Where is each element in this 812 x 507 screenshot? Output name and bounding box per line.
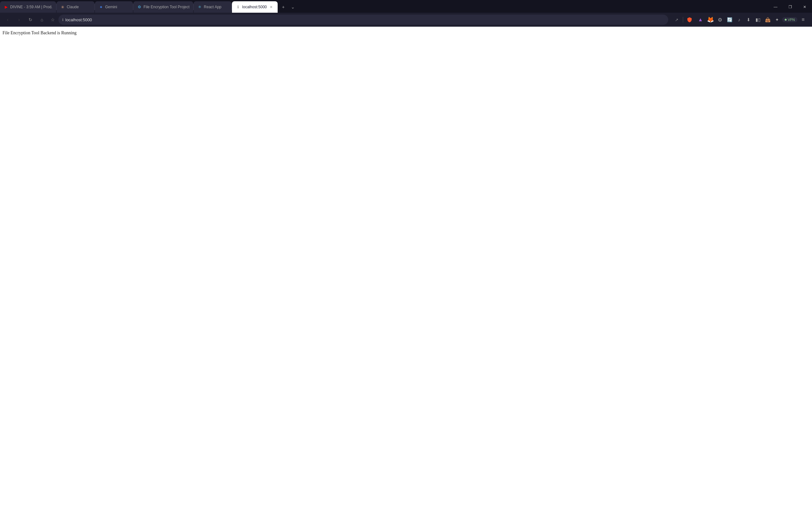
tab-list-button[interactable]: ⌄ bbox=[289, 3, 297, 11]
address-bar[interactable]: ℹ localhost:5000 bbox=[58, 15, 668, 25]
brave-shield-icon bbox=[687, 17, 692, 22]
tab-close-button[interactable]: ✕ bbox=[269, 4, 274, 9]
address-bar-actions: ↗ ▲ bbox=[672, 15, 705, 24]
tab-controls: + ⌄ bbox=[279, 1, 297, 13]
navigation-bar: ‹ › ↻ ⌂ ☆ ℹ localhost:5000 ↗ ▲ 🦊 bbox=[0, 13, 812, 27]
tab-youtube[interactable]: ▶ DIVINE - 3:59 AM | Prod. bbox=[0, 1, 56, 13]
sync-button[interactable]: 🔄 bbox=[725, 15, 734, 24]
refresh-button[interactable]: ↻ bbox=[25, 15, 36, 25]
warning-icon: ▲ bbox=[696, 15, 705, 24]
download-button[interactable]: ⬇ bbox=[744, 15, 753, 24]
tab-localhost-title: localhost:5000 bbox=[242, 5, 266, 9]
bookmark-button[interactable]: ☆ bbox=[48, 15, 57, 24]
metamask-extension-button[interactable]: 🦊 bbox=[706, 15, 715, 24]
close-button[interactable]: ✕ bbox=[797, 1, 812, 13]
brave-shield-button[interactable] bbox=[685, 15, 694, 24]
vpn-label: VPN bbox=[788, 18, 795, 21]
react-favicon-icon: ⚛ bbox=[197, 5, 202, 9]
browser-chrome: ▶ DIVINE - 3:59 AM | Prod. ✳ Claude ✦ Ge… bbox=[0, 0, 812, 27]
vpn-button[interactable]: VPN bbox=[782, 17, 797, 22]
minimize-button[interactable]: — bbox=[768, 1, 783, 13]
tab-claude-title: Claude bbox=[67, 5, 91, 9]
tab-bar: ▶ DIVINE - 3:59 AM | Prod. ✳ Claude ✦ Ge… bbox=[0, 0, 812, 13]
gemini-favicon-icon: ✦ bbox=[99, 5, 103, 9]
share-button[interactable]: ↗ bbox=[672, 15, 681, 24]
claude-favicon-icon: ✳ bbox=[60, 5, 65, 9]
home-button[interactable]: ⌂ bbox=[37, 15, 47, 25]
tab-claude[interactable]: ✳ Claude bbox=[57, 1, 95, 13]
toolbar-extensions: 🦊 ⚙ 🔄 ♪ ⬇ ▮▯ 👜 ✦ VPN ≡ bbox=[706, 15, 809, 25]
tab-file-enc-title: File Encryption Tool Project bbox=[143, 5, 189, 9]
separator bbox=[683, 17, 683, 22]
tab-react[interactable]: ⚛ React App bbox=[194, 1, 232, 13]
localhost-favicon-icon: ℹ bbox=[236, 5, 240, 9]
music-button[interactable]: ♪ bbox=[735, 15, 743, 24]
maximize-button[interactable]: ❐ bbox=[783, 1, 797, 13]
vpn-dot-icon bbox=[785, 19, 787, 21]
extensions-button[interactable]: ⚙ bbox=[715, 15, 725, 24]
sidebar-toggle-button[interactable]: ▮▯ bbox=[754, 15, 762, 24]
youtube-favicon-icon: ▶ bbox=[4, 5, 8, 9]
file-enc-favicon-icon: ⚙ bbox=[137, 5, 141, 9]
wallet-button[interactable]: 👜 bbox=[763, 15, 772, 24]
backend-status-text: File Encryption Tool Backend is Running bbox=[3, 31, 809, 36]
tab-localhost[interactable]: ℹ localhost:5000 ✕ bbox=[232, 1, 277, 13]
tab-file-encryption[interactable]: ⚙ File Encryption Tool Project bbox=[133, 1, 193, 13]
browser-menu-button[interactable]: ≡ bbox=[798, 15, 808, 25]
rewards-button[interactable]: ✦ bbox=[773, 15, 782, 24]
page-content: File Encryption Tool Backend is Running bbox=[0, 27, 812, 507]
tab-gemini[interactable]: ✦ Gemini bbox=[95, 1, 133, 13]
forward-button[interactable]: › bbox=[14, 15, 24, 25]
tab-youtube-title: DIVINE - 3:59 AM | Prod. bbox=[10, 5, 52, 9]
url-display[interactable]: localhost:5000 bbox=[65, 17, 665, 22]
tab-react-title: React App bbox=[204, 5, 228, 9]
new-tab-button[interactable]: + bbox=[279, 3, 288, 11]
tab-gemini-title: Gemini bbox=[105, 5, 129, 9]
back-button[interactable]: ‹ bbox=[3, 15, 13, 25]
security-icon: ℹ bbox=[62, 18, 63, 22]
window-controls: — ❐ ✕ bbox=[768, 1, 812, 13]
